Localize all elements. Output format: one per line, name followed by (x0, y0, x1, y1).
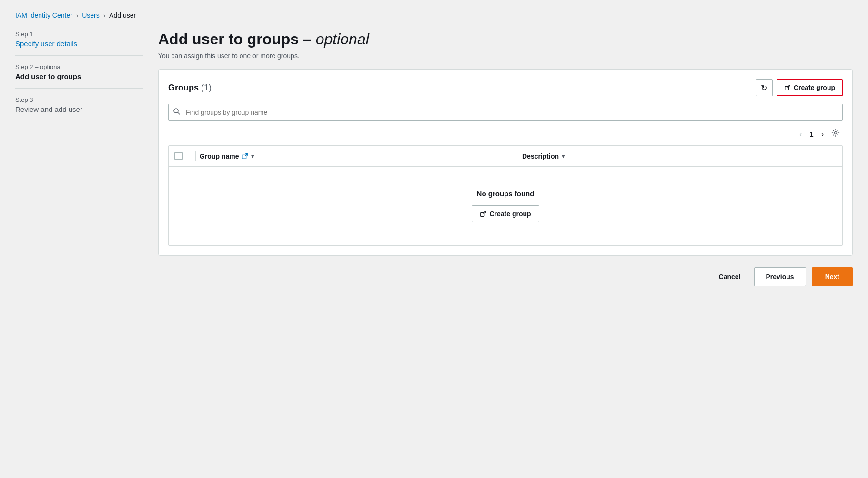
step-3-title: Review and add user (15, 105, 143, 113)
panel-actions: ↻ Create group (756, 79, 843, 96)
create-group-center-label: Create group (489, 210, 531, 218)
page-subtitle: You can assign this user to one or more … (158, 52, 853, 60)
breadcrumb-separator-2: › (103, 12, 105, 19)
groups-table: Group name ▾ Description ▾ (168, 145, 843, 246)
create-group-button-label: Create group (794, 84, 835, 91)
svg-point-2 (835, 132, 837, 134)
refresh-button[interactable]: ↻ (756, 79, 773, 96)
page-number: 1 (807, 130, 817, 138)
step-3-item: Step 3 Review and add user (15, 96, 143, 113)
step-divider-2 (15, 88, 143, 89)
step-1-item: Step 1 Specify user details (15, 30, 143, 48)
step-2-title: Add user to groups (15, 72, 143, 80)
cancel-button[interactable]: Cancel (711, 269, 748, 284)
next-button[interactable]: Next (812, 267, 853, 286)
groups-panel: Groups (1) ↻ Crea (158, 69, 853, 256)
group-name-sort-icon[interactable]: ▾ (251, 153, 254, 159)
search-input[interactable] (168, 104, 843, 121)
col-description-header: Description ▾ (522, 152, 837, 160)
col-divider (195, 151, 196, 161)
breadcrumb-users-link[interactable]: Users (82, 11, 100, 19)
col-divider-2 (518, 151, 518, 161)
sidebar: Step 1 Specify user details Step 2 – opt… (15, 30, 158, 286)
page-title-optional: optional (316, 30, 369, 48)
settings-gear-icon (831, 129, 840, 139)
panel-title-count: (1) (201, 83, 212, 92)
step-divider-1 (15, 55, 143, 56)
step-2-item: Step 2 – optional Add user to groups (15, 63, 143, 80)
col-group-name-header: Group name ▾ (200, 152, 514, 160)
previous-button[interactable]: Previous (754, 267, 806, 286)
group-name-external-icon[interactable] (242, 153, 248, 159)
step-3-label: Step 3 (15, 96, 143, 103)
table-header-row: Group name ▾ Description ▾ (169, 146, 842, 167)
breadcrumb-separator-1: › (76, 12, 78, 19)
breadcrumb: IAM Identity Center › Users › Add user (15, 11, 853, 19)
create-group-button-center[interactable]: Create group (472, 205, 539, 222)
create-group-center-external-icon (480, 210, 486, 217)
header-checkbox-col (174, 152, 192, 160)
prev-page-button[interactable]: ‹ (797, 128, 805, 140)
pagination-bar: ‹ 1 › (168, 127, 843, 141)
content-area: Add user to groups – optional You can as… (158, 30, 853, 286)
refresh-icon: ↻ (761, 83, 767, 92)
empty-state-text: No groups found (477, 189, 535, 198)
breadcrumb-current: Add user (109, 11, 136, 19)
panel-header: Groups (1) ↻ Crea (168, 79, 843, 96)
page-title: Add user to groups – optional (158, 30, 853, 48)
chevron-left-icon: ‹ (799, 130, 802, 139)
description-sort-icon[interactable]: ▾ (562, 153, 565, 159)
step-1-title[interactable]: Specify user details (15, 40, 77, 48)
create-group-external-icon (784, 84, 791, 91)
bottom-actions: Cancel Previous Next (158, 267, 853, 286)
create-group-button-top[interactable]: Create group (777, 79, 843, 96)
step-1-label: Step 1 (15, 30, 143, 38)
panel-title: Groups (1) (168, 83, 212, 93)
select-all-checkbox[interactable] (174, 152, 183, 160)
next-page-button[interactable]: › (818, 128, 827, 140)
search-container (168, 104, 843, 121)
empty-state: No groups found Create group (169, 167, 842, 245)
breadcrumb-iam-link[interactable]: IAM Identity Center (15, 11, 72, 19)
step-2-label: Step 2 – optional (15, 63, 143, 70)
chevron-right-icon: › (821, 130, 824, 139)
table-settings-button[interactable] (828, 127, 843, 141)
